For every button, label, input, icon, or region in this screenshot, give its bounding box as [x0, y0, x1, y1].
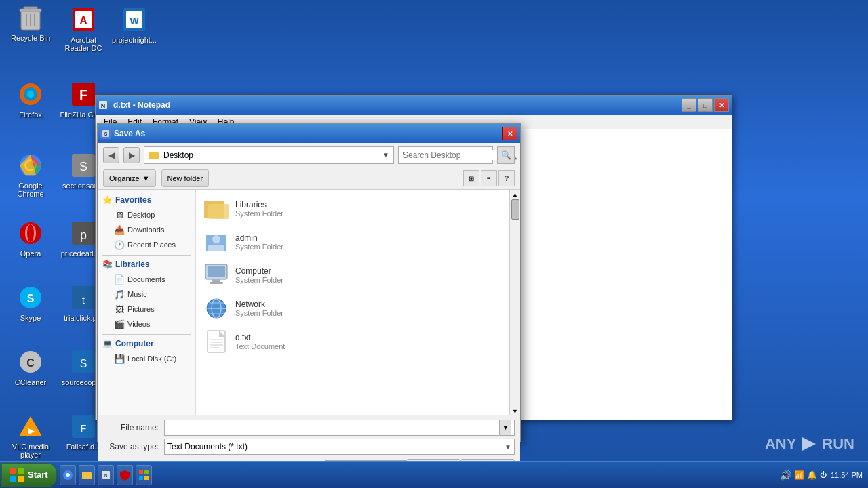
taskbar-explorer-btn[interactable]: [79, 465, 95, 485]
notepad-minimize-btn[interactable]: _: [682, 98, 696, 112]
scroll-down-btn[interactable]: ▼: [512, 408, 518, 415]
new-folder-button[interactable]: New folder: [161, 169, 210, 187]
new-folder-label: New folder: [167, 174, 203, 182]
favorites-header[interactable]: ⭐ Favorites: [98, 192, 195, 207]
view-toggle-btn[interactable]: ⊞: [463, 170, 479, 186]
location-dropdown-arrow[interactable]: ▼: [382, 151, 389, 159]
opera-label: Opera: [20, 249, 41, 258]
admin-file-icon: [204, 230, 229, 254]
svg-text:C: C: [26, 357, 35, 369]
nav-forward-button[interactable]: ▶: [123, 147, 140, 163]
projectnight-label: projectnight...: [112, 36, 157, 44]
nav-item-pictures[interactable]: 🖼 Pictures: [98, 302, 195, 317]
notepad-maximize-btn[interactable]: □: [698, 98, 713, 112]
dialog-location-toolbar: ◀ ▶ Desktop ▼ 🔍 🔍: [98, 143, 520, 167]
tray-network-icon[interactable]: 📶: [794, 470, 804, 480]
desktop-icon-chrome[interactable]: Google Chrome: [3, 149, 58, 201]
desktop-icon-projectnight[interactable]: W projectnight...: [107, 3, 161, 47]
desktop-icon-firefox[interactable]: Firefox: [3, 78, 58, 121]
nav-separator-1: [102, 255, 191, 256]
tray-power-icon[interactable]: ⏻: [820, 471, 827, 479]
svg-text:▶: ▶: [28, 426, 35, 436]
dtxt-file-name: d.txt: [235, 333, 285, 342]
file-item-dtxt[interactable]: d.txt Text Document: [199, 325, 507, 359]
nav-music-label: Music: [127, 290, 147, 298]
taskbar-browser-btn[interactable]: [60, 465, 76, 485]
computer-file-info: Computer System Folder: [235, 266, 283, 284]
desktop-icon-recycle-bin[interactable]: Recycle Bin: [3, 1, 58, 45]
nav-item-downloads[interactable]: 📥 Downloads: [98, 222, 195, 237]
start-button[interactable]: Start: [1, 463, 57, 487]
desktop-icon-vlc[interactable]: ▶ VLC media player: [3, 410, 58, 462]
organize-button[interactable]: Organize ▼: [103, 169, 156, 187]
acrobat-icon: A: [70, 6, 97, 33]
taskbar-folder-icon: [81, 470, 92, 481]
desktop-icon-skype[interactable]: S Skype: [3, 281, 58, 325]
view-list-btn[interactable]: ≡: [481, 170, 497, 186]
nav-back-button[interactable]: ◀: [103, 147, 119, 163]
taskbar-items: N: [57, 465, 774, 485]
dialog-title-text: Save As: [114, 129, 502, 138]
firefox-icon: [17, 81, 44, 108]
taskbar-system-btn[interactable]: [136, 465, 152, 485]
windows-logo-icon: [10, 468, 24, 482]
nav-item-music[interactable]: 🎵 Music: [98, 287, 195, 302]
svg-rect-45: [149, 152, 153, 154]
favorites-label: Favorites: [115, 195, 151, 205]
downloads-nav-icon: 📥: [114, 224, 125, 235]
desktop-icon-opera[interactable]: Opera: [3, 217, 58, 260]
anyrun-text: ANY: [765, 435, 796, 453]
svg-rect-6: [20, 9, 41, 12]
search-input[interactable]: [403, 150, 505, 160]
taskbar-antivirus-btn[interactable]: [117, 465, 133, 485]
svg-text:F: F: [79, 87, 87, 102]
file-item-libraries[interactable]: Libraries System Folder: [199, 192, 507, 226]
taskbar-clock: 11:54 PM: [831, 471, 863, 479]
savetype-dropdown[interactable]: Text Documents (*.txt) ▼: [164, 439, 515, 455]
filename-input[interactable]: [167, 420, 499, 435]
dialog-close-button[interactable]: ✕: [502, 127, 517, 140]
desktop-icon-ccleaner[interactable]: C CCleaner: [3, 346, 58, 389]
svg-rect-82: [144, 476, 149, 480]
dialog-content-area[interactable]: Libraries System Folder: [196, 190, 509, 415]
tray-volume-icon[interactable]: 🔊: [780, 470, 791, 481]
nav-item-videos[interactable]: 🎬 Videos: [98, 317, 195, 331]
computer-file-type: System Folder: [235, 276, 283, 284]
file-item-admin[interactable]: admin System Folder: [199, 226, 507, 259]
svg-point-15: [27, 91, 34, 98]
admin-file-type: System Folder: [235, 243, 283, 251]
taskbar-notepad-btn[interactable]: N: [98, 465, 114, 485]
notepad-close-btn[interactable]: ✕: [714, 98, 729, 112]
help-button[interactable]: ?: [498, 170, 515, 186]
recycle-bin-label: Recycle Bin: [11, 34, 50, 42]
tray-language-icon[interactable]: 🔔: [807, 470, 817, 480]
svg-text:t: t: [82, 295, 85, 306]
desktop: Recycle Bin A Acrobat Reader DC W projec…: [0, 0, 868, 488]
content-scrollbar[interactable]: ▲ ▼: [509, 190, 520, 415]
dtxt-file-type: Text Document: [235, 342, 285, 350]
search-button[interactable]: 🔍: [497, 146, 515, 164]
svg-rect-69: [10, 468, 16, 474]
nav-item-recent-places[interactable]: 🕐 Recent Places: [98, 237, 195, 252]
scroll-up-btn[interactable]: ▲: [512, 191, 518, 198]
file-item-network[interactable]: Network System Folder: [199, 292, 507, 325]
filename-dropdown-btn[interactable]: ▼: [499, 420, 511, 435]
libraries-header[interactable]: 📚 Libraries: [98, 257, 195, 272]
svg-text:W: W: [130, 16, 139, 26]
nav-item-local-disk[interactable]: 💾 Local Disk (C:): [98, 351, 195, 366]
file-item-computer[interactable]: Computer System Folder: [199, 259, 507, 292]
computer-header[interactable]: 💻 Computer: [98, 336, 195, 351]
projectnight-icon: W: [121, 6, 148, 33]
desktop-icon-acrobat[interactable]: A Acrobat Reader DC: [56, 3, 111, 55]
skype-icon: S: [17, 284, 44, 311]
libraries-file-name: Libraries: [235, 200, 283, 209]
anyrun-run-text: RUN: [822, 435, 854, 453]
vlc-icon: ▶: [17, 413, 44, 440]
nav-item-desktop[interactable]: 🖥 Desktop: [98, 207, 195, 222]
scroll-thumb[interactable]: [511, 199, 519, 220]
svg-rect-48: [208, 204, 229, 219]
svg-rect-47: [204, 201, 212, 204]
nav-item-documents[interactable]: 📄 Documents: [98, 272, 195, 287]
svg-point-25: [27, 224, 34, 242]
location-bar[interactable]: Desktop ▼: [144, 146, 394, 164]
